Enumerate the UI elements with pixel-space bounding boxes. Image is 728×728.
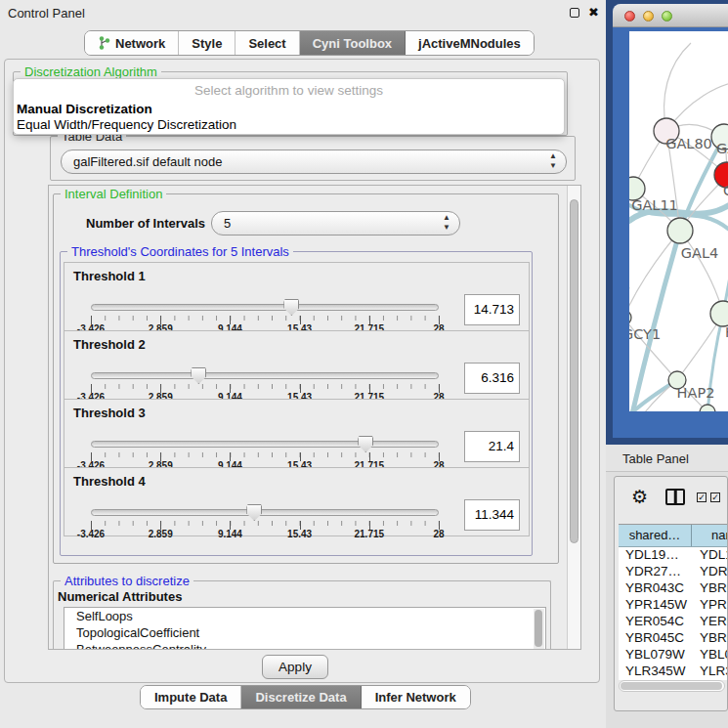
control-panel-tabs: Network Style Select Cyni Toolbox jActiv… bbox=[84, 30, 535, 56]
table-row[interactable]: YPR145WYPR1 bbox=[619, 597, 727, 614]
control-panel-titlebar: Control Panel ✖ bbox=[0, 0, 606, 25]
table-toolbar: ⚙ ✓ ✓ bbox=[615, 477, 727, 520]
network-view-window: GAL80 GA C GAL11 GAL4 GCY1 H HAP2 bbox=[606, 0, 728, 445]
threshold-1-block: Threshold 1 -3.4262.8599.14415.4321.7152… bbox=[64, 262, 530, 331]
split-view-icon[interactable] bbox=[665, 489, 685, 505]
tab-cyni-toolbox[interactable]: Cyni Toolbox bbox=[300, 31, 406, 55]
table-panel-titlebar: Table Panel bbox=[606, 445, 728, 472]
table-row[interactable]: YER054CYER0 bbox=[619, 614, 727, 630]
discretization-algorithm-title: Discretization Algorithm bbox=[21, 64, 161, 79]
tab-style[interactable]: Style bbox=[179, 31, 236, 55]
network-canvas[interactable]: GAL80 GA C GAL11 GAL4 GCY1 H HAP2 bbox=[629, 31, 728, 411]
node-label: GAL11 bbox=[631, 197, 678, 213]
float-panel-icon[interactable] bbox=[570, 8, 579, 18]
node-label: GAL4 bbox=[681, 245, 718, 261]
apply-button[interactable]: Apply bbox=[262, 655, 328, 679]
gear-icon[interactable]: ⚙ bbox=[631, 486, 648, 507]
dropdown-option-equal-width[interactable]: Equal Width/Frequency Discretization bbox=[17, 117, 236, 132]
threshold-3-label: Threshold 3 bbox=[73, 406, 146, 420]
thresholds-group: Threshold's Coordinates for 5 Intervals … bbox=[60, 251, 533, 556]
table-panel: Table Panel ⚙ ✓ ✓ shared… name YDL19…YDL… bbox=[606, 445, 728, 728]
close-window-icon[interactable] bbox=[624, 11, 635, 21]
tab-impute-data[interactable]: Impute Data bbox=[141, 686, 241, 708]
table-row[interactable]: YBR043CYBR0 bbox=[619, 580, 727, 597]
threshold-2-block: Threshold 2 -3.4262.8599.14415.4321.7152… bbox=[64, 330, 530, 400]
threshold-4-slider-thumb[interactable] bbox=[246, 504, 262, 521]
numerical-attributes-list[interactable]: SelfLoops TopologicalCoefficient Between… bbox=[64, 607, 546, 650]
column-header-name[interactable]: name bbox=[692, 525, 727, 546]
node-gcy1[interactable] bbox=[629, 310, 631, 325]
attributes-group-title: Attributes to discretize bbox=[61, 574, 193, 588]
node-gal4[interactable] bbox=[667, 218, 693, 243]
threshold-2-slider[interactable]: -3.4262.8599.14415.4321.71528 bbox=[91, 368, 439, 400]
list-scrollbar[interactable] bbox=[534, 609, 544, 650]
node-label: HAP2 bbox=[677, 385, 715, 401]
list-item[interactable]: SelfLoops bbox=[64, 608, 545, 624]
cyni-bottom-tabs: Impute Data Discretize Data Infer Networ… bbox=[140, 685, 471, 709]
node-h[interactable] bbox=[710, 301, 728, 326]
table-panel-body: ⚙ ✓ ✓ shared… name YDL19…YDL1 YDR27…YDR2… bbox=[614, 476, 728, 711]
tab-jactivemnodules[interactable]: jActiveMNodules bbox=[406, 31, 534, 55]
table-header-row: shared… name bbox=[619, 525, 727, 547]
cyni-toolbox-panel: Discretization Algorithm ▲▼ Select algor… bbox=[4, 59, 600, 683]
number-of-intervals-combobox[interactable]: 5 ▲▼ bbox=[211, 211, 460, 236]
threshold-3-slider-thumb[interactable] bbox=[358, 436, 373, 452]
network-window-titlebar[interactable] bbox=[613, 4, 728, 27]
minimize-window-icon[interactable] bbox=[643, 11, 654, 21]
tab-select[interactable]: Select bbox=[236, 31, 299, 55]
threshold-1-label: Threshold 1 bbox=[73, 269, 146, 283]
list-item[interactable]: TopologicalCoefficient bbox=[64, 624, 545, 641]
tab-discretize-data[interactable]: Discretize Data bbox=[241, 686, 361, 708]
checkbox-icon[interactable]: ✓ bbox=[710, 492, 720, 502]
numerical-attributes-label: Numerical Attributes bbox=[58, 589, 182, 604]
checkbox-icon[interactable]: ✓ bbox=[697, 492, 707, 502]
threshold-1-slider[interactable]: -3.4262.8599.14415.4321.71528 bbox=[91, 300, 439, 331]
tab-network[interactable]: Network bbox=[85, 31, 179, 55]
threshold-1-value-field[interactable]: 14.713 bbox=[464, 294, 520, 325]
column-header-shared[interactable]: shared… bbox=[619, 525, 692, 546]
threshold-2-label: Threshold 2 bbox=[73, 337, 146, 352]
control-panel-title: Control Panel bbox=[8, 6, 85, 21]
node-label: C bbox=[723, 183, 728, 198]
attributes-group: Attributes to discretize Numerical Attri… bbox=[53, 580, 551, 650]
threshold-2-slider-thumb[interactable] bbox=[191, 367, 206, 384]
table-data-combobox[interactable]: galFiltered.sif default node ▲▼ bbox=[61, 150, 567, 174]
threshold-3-value-field[interactable]: 21.4 bbox=[464, 431, 520, 462]
threshold-3-block: Threshold 3 -3.4262.8599.14415.4321.7152… bbox=[64, 399, 530, 468]
settings-scrollpane: Interval Definition Number of Intervals … bbox=[48, 185, 581, 650]
combo-stepper-icon: ▲▼ bbox=[549, 151, 557, 171]
table-row[interactable]: YBL079WYBL0 bbox=[619, 647, 727, 664]
dropdown-option-manual[interactable]: Manual Discretization bbox=[17, 102, 152, 116]
close-panel-icon[interactable]: ✖ bbox=[588, 5, 599, 20]
network-graph: GAL80 GA C GAL11 GAL4 GCY1 H HAP2 bbox=[629, 31, 728, 411]
settings-scrollbar[interactable] bbox=[567, 186, 580, 649]
threshold-3-slider[interactable]: -3.4262.8599.14415.4321.71528 bbox=[91, 437, 439, 468]
threshold-2-value-field[interactable]: 6.316 bbox=[464, 363, 520, 394]
threshold-4-value-field[interactable]: 11.344 bbox=[464, 499, 520, 531]
table-horizontal-scrollbar[interactable] bbox=[619, 680, 725, 692]
tab-infer-network[interactable]: Infer Network bbox=[362, 686, 470, 708]
dropdown-hint: Select algorithm to view settings bbox=[14, 83, 564, 98]
node-label: GCY1 bbox=[629, 326, 661, 342]
number-of-intervals-label: Number of Intervals bbox=[86, 216, 205, 231]
table-data-group: Table Data galFiltered.sif default node … bbox=[50, 136, 576, 181]
network-window-frame: GAL80 GA C GAL11 GAL4 GCY1 H HAP2 bbox=[613, 4, 728, 438]
table-row[interactable]: YDL19…YDL1 bbox=[619, 547, 727, 564]
combo-stepper-icon: ▲▼ bbox=[443, 213, 450, 233]
threshold-4-slider[interactable]: -3.4262.8599.14415.4321.71528 bbox=[91, 505, 439, 536]
list-item[interactable]: BetweennessCentrality bbox=[64, 641, 545, 650]
threshold-4-label: Threshold 4 bbox=[73, 474, 146, 489]
node-attribute-table[interactable]: shared… name YDL19…YDL1 YDR27…YDR2 YBR04… bbox=[619, 524, 727, 680]
threshold-4-block: Threshold 4 -3.4262.8599.14415.4321.7152… bbox=[64, 467, 530, 536]
node-bottom[interactable] bbox=[700, 405, 715, 411]
interval-definition-group: Interval Definition Number of Intervals … bbox=[53, 193, 559, 564]
node-label: GAL80 bbox=[665, 136, 712, 151]
table-row[interactable]: YBR045CYBR0 bbox=[619, 630, 727, 647]
table-row[interactable]: YDR27…YDR2 bbox=[619, 564, 727, 580]
algorithm-dropdown-popup: Select algorithm to view settings Manual… bbox=[13, 78, 565, 135]
table-panel-title: Table Panel bbox=[622, 451, 689, 466]
node-label: GA bbox=[716, 141, 728, 156]
zoom-window-icon[interactable] bbox=[662, 11, 672, 21]
table-row[interactable]: YLR345WYLR3 bbox=[619, 664, 727, 680]
threshold-1-slider-thumb[interactable] bbox=[283, 299, 299, 316]
